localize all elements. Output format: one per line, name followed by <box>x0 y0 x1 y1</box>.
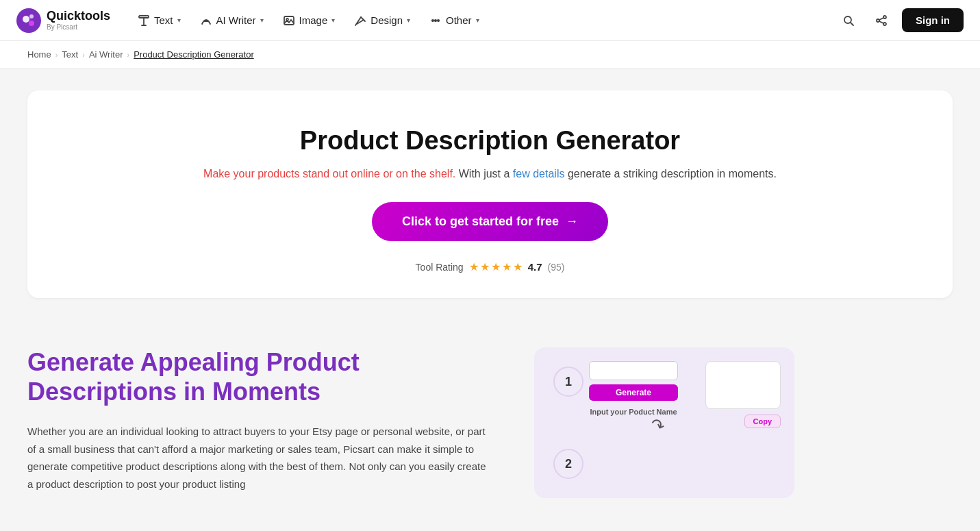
lower-section: Generate Appealing Product Descriptions … <box>0 314 980 531</box>
cta-button-arrow: → <box>566 214 578 229</box>
rating-count: (95) <box>548 262 565 273</box>
breadcrumb: Home › Text › Ai Writer › Product Descri… <box>0 41 980 69</box>
nav-image-label: Image <box>299 14 328 26</box>
lower-heading-line1: Generate Appealing Product <box>27 348 360 376</box>
nav-items: Text ▾ AI Writer ▾ Image ▾ Design ▾ <box>129 9 831 32</box>
nav-other-label: Other <box>446 14 472 26</box>
lower-heading-line2: Descriptions in Moments <box>27 378 321 406</box>
svg-point-1 <box>23 16 29 23</box>
cta-button-label: Click to get started for free <box>402 214 559 229</box>
image-chevron: ▾ <box>331 16 335 24</box>
navbar: Quicktools By Picsart Text ▾ AI Writer ▾… <box>0 0 980 41</box>
mock-output-box <box>705 361 781 409</box>
mock-generate-button[interactable]: Generate <box>589 384 678 401</box>
breadcrumb-text[interactable]: Text <box>62 49 78 60</box>
nav-item-image[interactable]: Image ▾ <box>275 9 344 32</box>
subtitle-highlight-red: Make your products stand out online or o… <box>203 168 455 180</box>
hero-card: Product Description Generator Make your … <box>27 90 953 298</box>
lower-text-block: Generate Appealing Product Descriptions … <box>27 347 493 493</box>
nav-item-design[interactable]: Design ▾ <box>346 9 418 32</box>
star-5-half: ★ <box>513 260 523 273</box>
star-1: ★ <box>469 260 479 273</box>
sign-in-button[interactable]: Sign in <box>902 8 964 32</box>
nav-ai-writer-label: AI Writer <box>216 14 256 26</box>
curve-arrow: ↷ <box>648 414 667 436</box>
svg-point-14 <box>435 19 436 21</box>
breadcrumb-sep-1: › <box>55 51 58 59</box>
nav-right: Sign in <box>836 8 964 33</box>
lower-heading: Generate Appealing Product Descriptions … <box>27 347 493 406</box>
star-2: ★ <box>480 260 490 273</box>
step-circle-1: 1 <box>553 367 583 397</box>
input-mockup: Generate Input your Poduct Name <box>589 361 678 416</box>
subtitle-end: generate a striking description in momen… <box>568 168 777 180</box>
logo-brand-sub: By Picsart <box>47 23 110 31</box>
design-icon <box>354 14 366 27</box>
mock-copy-button[interactable]: Copy <box>744 415 781 428</box>
mock-input-label: Input your Poduct Name <box>589 408 678 416</box>
nav-item-text[interactable]: Text ▾ <box>129 9 189 32</box>
breadcrumb-sep-3: › <box>127 51 129 59</box>
text-chevron: ▾ <box>177 16 181 24</box>
cta-button[interactable]: Click to get started for free → <box>372 202 608 241</box>
other-icon <box>429 14 442 27</box>
subtitle-normal: With just a <box>459 168 513 180</box>
breadcrumb-current: Product Description Generator <box>134 49 254 60</box>
step-number-2: 2 <box>565 457 572 471</box>
rating-label: Tool Rating <box>416 262 464 273</box>
search-icon <box>842 14 855 27</box>
nav-item-ai-writer[interactable]: AI Writer ▾ <box>192 9 272 32</box>
stars: ★ ★ ★ ★ ★ <box>469 260 523 273</box>
star-4: ★ <box>502 260 512 273</box>
svg-point-13 <box>432 19 434 21</box>
svg-line-17 <box>851 23 853 25</box>
nav-design-label: Design <box>370 14 403 26</box>
ai-writer-icon <box>200 14 212 27</box>
other-chevron: ▾ <box>476 16 479 24</box>
logo-icon <box>16 8 41 33</box>
breadcrumb-ai-writer[interactable]: Ai Writer <box>89 49 123 60</box>
lower-body-text: Whether you are an individual looking to… <box>27 423 493 493</box>
hero-title: Product Description Generator <box>55 126 925 156</box>
hero-subtitle: Make your products stand out online or o… <box>55 168 925 180</box>
logo[interactable]: Quicktools By Picsart <box>16 8 110 33</box>
breadcrumb-sep-2: › <box>82 51 85 59</box>
nav-text-label: Text <box>154 14 173 26</box>
mock-input-box[interactable] <box>589 361 678 380</box>
illus-card: 1 Generate Input your Poduct Name Copy ↷… <box>534 347 794 498</box>
rating-row: Tool Rating ★ ★ ★ ★ ★ 4.7 (95) <box>55 260 925 273</box>
search-button[interactable] <box>836 8 861 33</box>
svg-line-21 <box>879 18 883 20</box>
share-button[interactable] <box>869 8 894 33</box>
svg-point-15 <box>438 19 439 21</box>
logo-brand-name: Quicktools <box>47 10 110 23</box>
nav-item-other[interactable]: Other ▾ <box>421 9 488 32</box>
share-icon <box>875 14 888 27</box>
illustration: 1 Generate Input your Poduct Name Copy ↷… <box>534 347 794 498</box>
breadcrumb-home[interactable]: Home <box>27 49 51 60</box>
rating-value: 4.7 <box>528 261 542 273</box>
star-3: ★ <box>491 260 501 273</box>
design-chevron: ▾ <box>407 16 410 24</box>
svg-point-3 <box>29 14 34 18</box>
ai-writer-chevron: ▾ <box>260 16 264 24</box>
svg-point-2 <box>29 21 34 26</box>
step-number-1: 1 <box>565 375 572 389</box>
step-circle-2: 2 <box>553 449 583 479</box>
hero-section: Product Description Generator Make your … <box>0 69 980 314</box>
svg-line-22 <box>879 21 883 23</box>
text-icon <box>138 14 150 27</box>
image-icon <box>283 14 295 27</box>
subtitle-highlight-blue: few details <box>513 168 565 180</box>
